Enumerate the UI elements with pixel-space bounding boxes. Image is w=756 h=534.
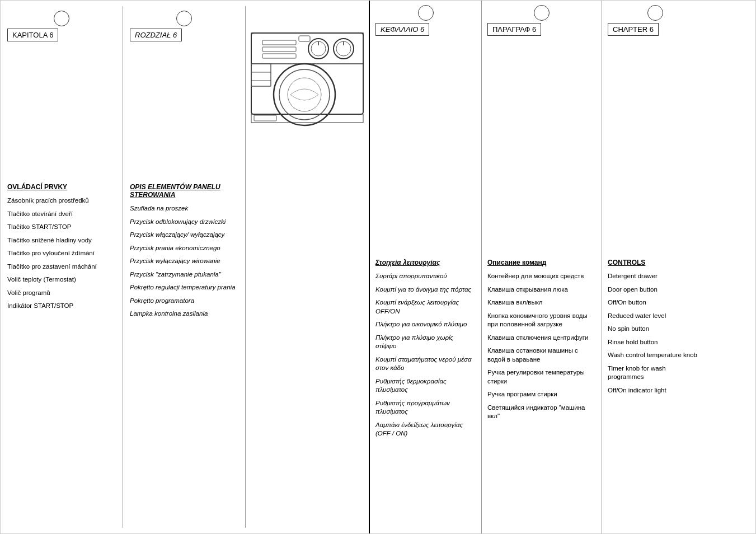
svg-rect-11 xyxy=(299,36,310,41)
english-item-7: Wash control temperature knob xyxy=(608,351,703,360)
czech-item-8: Volič programů xyxy=(7,289,116,298)
czech-item-2: Tlačítko otevírání dveří xyxy=(7,210,116,219)
svg-rect-0 xyxy=(251,33,363,114)
english-item-5: No spin button xyxy=(608,325,703,334)
english-item-3: Off/On button xyxy=(608,298,703,307)
czech-chapter-circle xyxy=(54,11,69,26)
washing-machine-diagram xyxy=(246,22,369,135)
polish-item-5: Przycisk wyłączający wirowanie xyxy=(130,257,238,266)
czech-item-6: Tlačítko pro zastavení máchání xyxy=(7,263,116,271)
czech-item-9: Indikátor START/STOP xyxy=(7,302,116,311)
greek-item-2: Κουμπί για το άνοιγμα της πόρτας xyxy=(375,285,476,294)
diagram-column xyxy=(246,6,369,528)
svg-point-13 xyxy=(279,69,330,120)
russian-item-3: Клавиша вкл/выкл xyxy=(487,298,596,307)
polish-item-2: Przycisk odblokowujący drzwiczki xyxy=(130,218,238,227)
svg-rect-3 xyxy=(262,47,296,51)
czech-item-7: Volič teploty (Termostat) xyxy=(7,275,116,284)
polish-item-7: Pokrętto regulacji temperatury prania xyxy=(130,283,238,292)
russian-item-9: Светящийся индикатор "машина вкл" xyxy=(487,404,596,421)
russian-item-2: Клавиша открывания люка xyxy=(487,285,596,294)
polish-item-9: Lampka kontrolna zasilania xyxy=(130,310,238,318)
english-column: CHAPTER 6 CONTROLS Detergent drawer Door… xyxy=(602,1,708,533)
russian-item-5: Клавиша отключения центрифуги xyxy=(487,334,596,343)
english-item-4: Reduced water level xyxy=(608,312,703,321)
machine-svg xyxy=(246,22,369,134)
polish-item-1: Szuflada na proszek xyxy=(130,204,238,213)
english-item-8: Timer knob for wash programmes xyxy=(608,364,703,382)
czech-column: KAPITOLA 6 OVLÁDACÍ PRVKY Zásobník prací… xyxy=(1,6,123,528)
polish-chapter-circle xyxy=(176,11,192,26)
svg-rect-17 xyxy=(251,64,271,86)
svg-rect-2 xyxy=(262,40,296,45)
russian-chapter-label: ПАРАГРАФ 6 xyxy=(487,23,541,36)
polish-item-3: Przycisk włączający/ wyłączający xyxy=(130,231,238,240)
svg-rect-1 xyxy=(251,33,363,64)
russian-section-heading: Описание команд xyxy=(487,259,596,266)
greek-item-4: Πλήκτρο για οικονομικό πλύσιμο xyxy=(375,320,476,329)
svg-point-14 xyxy=(288,78,321,111)
greek-section-heading: Στοιχεία λειτουργίας xyxy=(375,259,476,266)
polish-item-4: Przycisk prania ekonomicznego xyxy=(130,244,238,253)
polish-section-heading: OPIS ELEMENTÓW PANELU STEROWANIA xyxy=(130,183,238,199)
czech-item-5: Tlačítko pro vyloučení ždímání xyxy=(7,249,116,258)
polish-chapter-label: ROZDZIAŁ 6 xyxy=(130,29,182,41)
greek-item-8: Ρυθμιστής προγραμμάτων πλυσίματος xyxy=(375,399,476,416)
russian-item-1: Контейнер для моющих средств xyxy=(487,272,596,281)
english-item-9: Off/On indicator light xyxy=(608,386,703,395)
russian-item-7: Ручка регулировки температуры стирки xyxy=(487,368,596,386)
english-item-2: Door open button xyxy=(608,285,703,294)
english-chapter-label: CHAPTER 6 xyxy=(608,23,659,36)
greek-item-6: Κουμπί σταματήματος νερού μέσα στον κάδο xyxy=(375,355,476,373)
russian-item-8: Ручка программ стирки xyxy=(487,390,596,399)
left-half: KAPITOLA 6 OVLÁDACÍ PRVKY Zásobník prací… xyxy=(1,1,370,533)
english-item-1: Detergent drawer xyxy=(608,272,703,281)
greek-item-5: Πλήκτρο για πλύσιμο χωρίς στίψιμο xyxy=(375,334,476,351)
greek-item-1: Συρτάρι απορρυπαντικού xyxy=(375,272,476,281)
greek-item-3: Κουμπί ενάρξεως λειτουργίας OFF/ON xyxy=(375,298,476,316)
english-item-6: Rinse hold button xyxy=(608,338,703,347)
english-chapter-circle xyxy=(647,5,663,21)
greek-chapter-circle xyxy=(418,5,434,21)
russian-item-6: Клавиша остановки машины с водой в ьараь… xyxy=(487,346,596,364)
russian-column: ПАРАГРАФ 6 Описание команд Контейнер для… xyxy=(482,1,602,533)
polish-item-8: Pokrętto programatora xyxy=(130,297,238,306)
greek-item-7: Ρυθμιστής θερμοκρασίας πλυσίματος xyxy=(375,377,476,395)
russian-chapter-circle xyxy=(534,5,550,21)
greek-item-9: Λαμπάκι ένδείξεως λειτουργίας (OFF / ON) xyxy=(375,421,476,438)
czech-chapter-label: KAPITOLA 6 xyxy=(7,29,58,41)
page: KAPITOLA 6 OVLÁDACÍ PRVKY Zásobník prací… xyxy=(0,0,756,534)
greek-chapter-label: ΚΕΦΑΛΑΙΟ 6 xyxy=(375,23,429,36)
english-section-heading: CONTROLS xyxy=(608,259,703,266)
czech-item-3: Tlačítko START/STOP xyxy=(7,223,116,232)
russian-item-4: Кнопка кономичного уровня воды при полов… xyxy=(487,312,596,329)
right-half: ΚΕΦΑΛΑΙΟ 6 Στοιχεία λειτουργίας Συρτάρι … xyxy=(370,1,755,533)
czech-item-4: Tlačítko snížené hladiny vody xyxy=(7,236,116,245)
polish-column: ROZDZIAŁ 6 OPIS ELEMENTÓW PANELU STEROWA… xyxy=(123,6,246,528)
polish-item-6: Przycisk "zatrzymanie ptukanla" xyxy=(130,270,238,279)
svg-point-12 xyxy=(274,64,335,125)
greek-column: ΚΕΦΑΛΑΙΟ 6 Στοιχεία λειτουργίας Συρτάρι … xyxy=(370,1,482,533)
czech-item-1: Zásobník pracích prostředků xyxy=(7,196,116,205)
czech-section-heading: OVLÁDACÍ PRVKY xyxy=(7,183,116,191)
svg-rect-4 xyxy=(262,54,296,58)
svg-rect-16 xyxy=(254,115,276,121)
